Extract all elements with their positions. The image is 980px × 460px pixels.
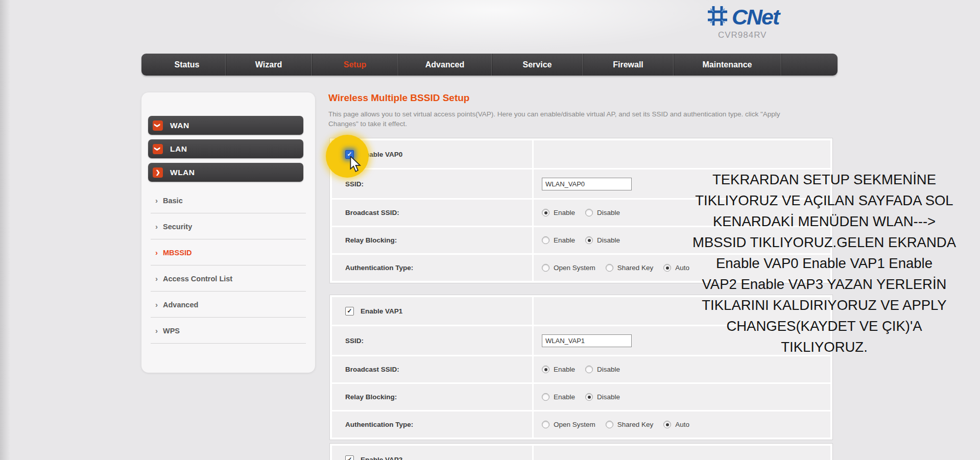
sidebar-item-advanced[interactable]: Advanced [141, 292, 315, 318]
relay-blocking-label: Relay Blocking: [345, 236, 397, 244]
vap0-auth-open-radio[interactable] [542, 264, 549, 272]
enable-vap2-label: Enable VAP2 [361, 456, 402, 460]
vap0-ssid-input[interactable] [542, 178, 632, 190]
sidebar-item-mbssid[interactable]: MBSSID [141, 239, 315, 265]
vap1-relay-enable-radio[interactable] [542, 393, 549, 401]
tab-wizard[interactable]: Wizard [226, 54, 312, 76]
sidebar: ❯ WAN ❯ LAN ❯ WLAN Basic Security MBSSID… [141, 92, 315, 373]
sidebar-item-wan[interactable]: ❯ WAN [148, 116, 303, 135]
tab-status[interactable]: Status [149, 54, 226, 76]
page-description: This page allows you to set virtual acce… [328, 109, 797, 129]
vap1-broadcast-disable-radio[interactable] [585, 366, 593, 373]
tab-setup[interactable]: Setup [312, 54, 398, 76]
wlan-submenu: Basic Security MBSSID Access Control Lis… [141, 187, 315, 344]
cnet-grid-logo-icon [706, 4, 729, 30]
chevron-down-icon: ❯ [153, 120, 163, 131]
ssid-label: SSID: [345, 180, 364, 188]
tab-service[interactable]: Service [492, 54, 583, 76]
vap2-section: Enable VAP2 [329, 443, 833, 460]
sidebar-item-basic[interactable]: Basic [141, 187, 315, 213]
tutorial-annotation-text: TEKRARDAN SETUP SEKMENİNE TIKLIYORUZ VE … [683, 169, 965, 357]
vap0-broadcast-enable-radio[interactable] [542, 209, 549, 216]
sidebar-item-security[interactable]: Security [141, 213, 315, 239]
vap0-broadcast-disable-radio[interactable] [585, 209, 593, 216]
relay-blocking-label: Relay Blocking: [345, 393, 397, 401]
enable-vap2-checkbox[interactable] [345, 455, 354, 460]
tab-firewall[interactable]: Firewall [583, 54, 674, 76]
device-model: CVR984RV [718, 30, 767, 40]
tab-advanced[interactable]: Advanced [398, 54, 492, 76]
chevron-down-icon: ❯ [153, 144, 163, 154]
top-navbar: Status Wizard Setup Advanced Service Fir… [141, 54, 838, 76]
broadcast-ssid-label: Broadcast SSID: [345, 209, 399, 216]
auth-type-label: Authentication Type: [345, 264, 413, 272]
sidebar-item-access-control-list[interactable]: Access Control List [141, 265, 315, 292]
brand-name: CNet [732, 5, 779, 30]
vap0-auth-shared-radio[interactable] [606, 264, 613, 272]
vap0-auth-auto-radio[interactable] [663, 264, 671, 272]
sidebar-item-wps[interactable]: WPS [141, 318, 315, 344]
vap1-auth-shared-radio[interactable] [606, 421, 613, 428]
enable-vap1-checkbox[interactable] [345, 307, 354, 316]
sidebar-item-lan[interactable]: ❯ LAN [148, 139, 303, 158]
left-edge-shadow [0, 0, 10, 460]
router-admin-page: CNet CVR984RV Status Wizard Setup Advanc… [0, 0, 980, 460]
chevron-right-icon: ❯ [153, 167, 163, 178]
sidebar-item-wlan[interactable]: ❯ WLAN [148, 163, 303, 182]
vap1-auth-auto-radio[interactable] [663, 421, 671, 428]
page-title: Wireless Multiple BSSID Setup [328, 92, 469, 104]
enable-vap1-label: Enable VAP1 [361, 307, 402, 315]
video-glare-artifact [266, 0, 725, 51]
vap0-relay-enable-radio[interactable] [542, 236, 549, 244]
vap1-broadcast-enable-radio[interactable] [542, 366, 549, 373]
brand-block: CNet CVR984RV [706, 4, 779, 40]
ssid-label: SSID: [345, 337, 364, 345]
vap1-relay-disable-radio[interactable] [585, 393, 593, 401]
tab-maintenance[interactable]: Maintenance [674, 54, 781, 76]
vap1-auth-open-radio[interactable] [542, 421, 549, 428]
vap1-ssid-input[interactable] [542, 334, 632, 347]
auth-type-label: Authentication Type: [345, 421, 413, 428]
broadcast-ssid-label: Broadcast SSID: [345, 366, 399, 373]
mouse-cursor-icon [349, 156, 362, 175]
vap0-relay-disable-radio[interactable] [585, 236, 593, 244]
